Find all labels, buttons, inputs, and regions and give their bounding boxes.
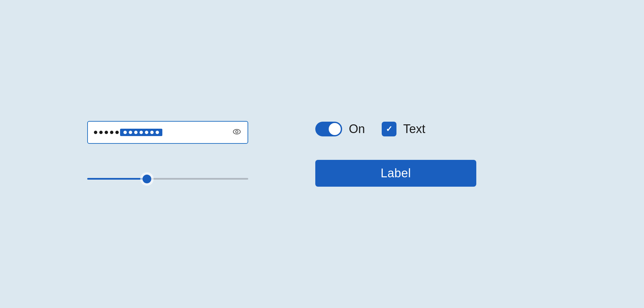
main-container: On ✓ Text Label	[87, 121, 557, 187]
toggle-thumb	[329, 123, 341, 135]
checkbox-control[interactable]: ✓ Text	[382, 122, 425, 136]
dot-4	[110, 131, 113, 134]
checkbox-box[interactable]: ✓	[382, 122, 396, 136]
sel-dot-1	[123, 131, 127, 134]
dot-1	[94, 131, 97, 134]
dot-5	[115, 131, 119, 134]
checkbox-label: Text	[403, 122, 425, 136]
password-selected-dots	[120, 129, 162, 136]
toggle-password-button[interactable]	[232, 127, 241, 138]
left-column	[87, 121, 248, 187]
sel-dot-6	[150, 131, 154, 134]
slider-thumb[interactable]	[140, 172, 154, 186]
sel-dot-4	[140, 131, 143, 134]
password-plain-dots	[94, 131, 119, 134]
toggle-label: On	[349, 122, 365, 136]
top-controls-row: On ✓ Text	[315, 122, 476, 136]
primary-button[interactable]: Label	[315, 160, 476, 187]
slider-track	[87, 178, 248, 180]
dot-2	[99, 131, 103, 134]
sel-dot-7	[156, 131, 159, 134]
right-column: On ✓ Text Label	[315, 122, 476, 187]
toggle-control[interactable]: On	[315, 122, 365, 136]
checkmark-icon: ✓	[386, 124, 392, 134]
eye-icon	[232, 127, 241, 136]
sel-dot-3	[134, 131, 138, 134]
sel-dot-5	[145, 131, 148, 134]
toggle-track[interactable]	[315, 122, 342, 136]
svg-point-1	[236, 130, 238, 133]
sel-dot-2	[129, 131, 132, 134]
slider-thumb-inner	[143, 175, 151, 183]
slider[interactable]	[87, 171, 248, 187]
svg-point-0	[233, 129, 240, 134]
dot-3	[105, 131, 108, 134]
password-input[interactable]	[87, 121, 248, 144]
